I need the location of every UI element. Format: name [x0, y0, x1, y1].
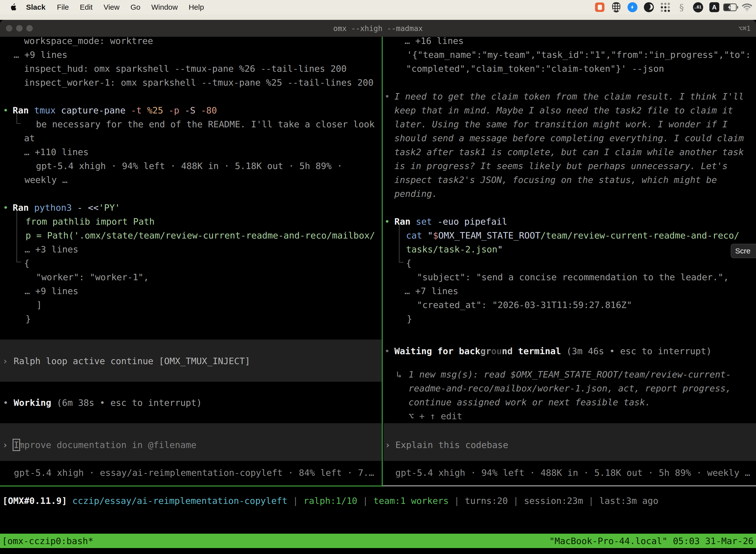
pane-divider[interactable]	[382, 37, 383, 486]
mailbox-message-line: readme-and-reco/mailbox/worker-1.json, a…	[408, 382, 731, 395]
thinking-bullet-icon: •	[384, 90, 390, 104]
waiting-label-shimmer: gr	[481, 346, 491, 356]
menu-item-view[interactable]: View	[98, 3, 125, 11]
output-line: workspace_mode: worktree	[24, 34, 153, 48]
collapsed-lines-indicator: … +3 lines	[24, 242, 78, 257]
battery-icon[interactable]	[725, 2, 736, 13]
crescent-app-icon[interactable]	[643, 2, 654, 13]
waiting-label-shimmer: ou	[491, 346, 502, 356]
waiting-status-line: Waiting for background terminal (3m 46s …	[394, 344, 712, 358]
cmd-flag: -t	[131, 105, 147, 115]
squiggle-icon[interactable]: §	[676, 2, 687, 13]
ralph-loop-banner: Ralph loop active continue [OMX_TMUX_INJ…	[14, 354, 250, 368]
tmux-session-window[interactable]: [omx-cczip0:bash*	[2, 536, 93, 546]
input-source-icon[interactable]: A	[709, 2, 720, 13]
menu-item-go[interactable]: Go	[125, 3, 146, 11]
hud-separator: |	[583, 496, 599, 506]
heredoc-token: 'PY'	[99, 203, 120, 213]
hud-separator: |	[508, 496, 524, 506]
hud-project: cczip/essay/ai-reimplementation-copyleft	[72, 496, 288, 506]
mailbox-message-line: 1 new msg(s): read $OMX_TEAM_STATE_ROOT/…	[408, 368, 731, 382]
grid-dots-icon[interactable]	[660, 2, 671, 13]
code-line: from pathlib import Path	[25, 215, 154, 229]
menu-item-slack[interactable]: Slack	[20, 3, 51, 11]
output-line: "worker": "worker-1",	[36, 270, 149, 284]
collapsed-lines-indicator: … +9 lines	[14, 48, 67, 62]
close-button[interactable]	[6, 25, 12, 32]
cmd-token: python3	[34, 203, 77, 213]
chevron-icon: ›	[2, 354, 8, 368]
output-line: {	[24, 257, 29, 270]
desktop-background	[0, 14, 756, 20]
cmd-line: cat "$OMX_TEAM_STATE_ROOT/team/review-cu…	[406, 229, 739, 242]
output-line: be necessary for the end of the README. …	[36, 117, 375, 131]
menu-bar: Slack File Edit View Go Window Help § ..…	[0, 0, 756, 14]
cmd-token: tmux	[34, 105, 61, 115]
spacer	[67, 496, 72, 506]
thinking-line: should send a message before completing …	[394, 131, 744, 145]
ran-command-line: Ran python3 - <<'PY'	[13, 201, 120, 215]
tmux-host-and-clock: "MacBook-Pro-44.local" 05:03 31-Mar-26	[549, 536, 754, 546]
menu-item-file[interactable]: File	[51, 3, 74, 11]
waiting-detail: (3m 46s • esc to interrupt)	[561, 346, 712, 356]
ran-command-line: Ran tmux capture-pane -t %25 -p -S -80	[13, 104, 217, 117]
output-line: }	[25, 312, 31, 326]
quote-token: "	[497, 244, 503, 255]
screenshot-app-icon[interactable]	[594, 2, 605, 13]
collapsed-lines-indicator: … +16 lines	[404, 34, 463, 48]
hud-turns: turns:20	[465, 496, 508, 506]
cmd-flag: -p	[169, 105, 185, 115]
screenshot-overlay-button[interactable]: Scre	[731, 244, 756, 258]
waiting-label: terminal	[513, 346, 561, 356]
output-line: }	[407, 312, 412, 326]
ran-bullet-icon: •	[384, 215, 390, 229]
code-line: p = Path('.omx/state/team/review-current…	[25, 229, 375, 242]
output-line: gpt-5.4 xhigh · 94% left · 488K in · 5.1…	[36, 159, 342, 173]
left-session-status: gpt-5.4 xhigh · essay/ai-reimplementatio…	[14, 466, 374, 480]
collapsed-lines-indicator: … +110 lines	[24, 145, 88, 159]
minimize-button[interactable]	[16, 25, 22, 32]
cmd-token: set	[416, 216, 438, 227]
menu-item-edit[interactable]: Edit	[74, 3, 98, 11]
badge-61-icon[interactable]: ..61	[693, 2, 703, 13]
right-prompt-input[interactable]: Explain this codebase	[395, 438, 508, 452]
msg-arrow-icon: ↳	[396, 368, 402, 382]
output-line: "subject": "send a concise recommendatio…	[417, 270, 729, 284]
messenger-icon[interactable]	[627, 2, 638, 13]
menu-status-icons: § ..61 A	[594, 2, 756, 13]
apple-menu-icon[interactable]	[10, 3, 17, 11]
cmd-arg: -80	[201, 105, 217, 115]
env-var-token: OMX_TEAM_STATE_ROOT	[438, 230, 541, 240]
thinking-line: task2 after task1 is complete, but can I…	[394, 145, 744, 159]
cmd-token: -euo pipefail	[437, 216, 507, 227]
ran-command-line: Ran set -euo pipefail	[394, 215, 507, 229]
status-bullet-icon: •	[3, 396, 8, 410]
thinking-line: later. Using the same for transition mig…	[394, 117, 728, 131]
collapsed-lines-indicator: … +9 lines	[24, 284, 78, 298]
thinking-line: keep that in mind. Maybe I also need the…	[394, 104, 733, 117]
thinking-line: inspect task2's JSON, focusing on the st…	[394, 173, 717, 187]
window-title: omx --xhigh --madmax	[333, 24, 423, 33]
wifi-icon[interactable]	[742, 2, 753, 13]
menu-item-window[interactable]: Window	[146, 3, 183, 11]
right-session-status: gpt-5.4 xhigh · 94% left · 488K in · 5.1…	[395, 466, 750, 480]
password-manager-icon[interactable]	[611, 2, 622, 13]
ran-label: Ran	[13, 105, 34, 115]
working-detail: (6m 38s • esc to interrupt)	[51, 398, 202, 408]
thinking-line: is in progress? It seems likely but perh…	[394, 159, 728, 173]
zoom-button[interactable]	[26, 25, 33, 32]
cmd-line: tasks/task-2.json"	[406, 242, 503, 257]
screenshot-overlay-label: Scre	[735, 247, 751, 255]
status-bullet-icon: •	[384, 344, 390, 358]
menu-item-help[interactable]: Help	[183, 3, 209, 11]
left-prompt-input[interactable]: Improve documentation in @filename	[14, 438, 196, 452]
working-label: Working	[14, 398, 51, 408]
waiting-label-shimmer: nd	[502, 346, 513, 356]
output-line: at	[24, 131, 35, 145]
text-cursor: I	[14, 440, 19, 450]
thinking-line: I need to get the claim token from the c…	[394, 90, 744, 104]
path-token: tasks/task-2.json	[406, 244, 497, 255]
ran-bullet-icon: •	[3, 201, 8, 215]
output-line: ]	[37, 298, 42, 312]
window-shortcut-badge: ⌥⌘1	[738, 24, 751, 32]
